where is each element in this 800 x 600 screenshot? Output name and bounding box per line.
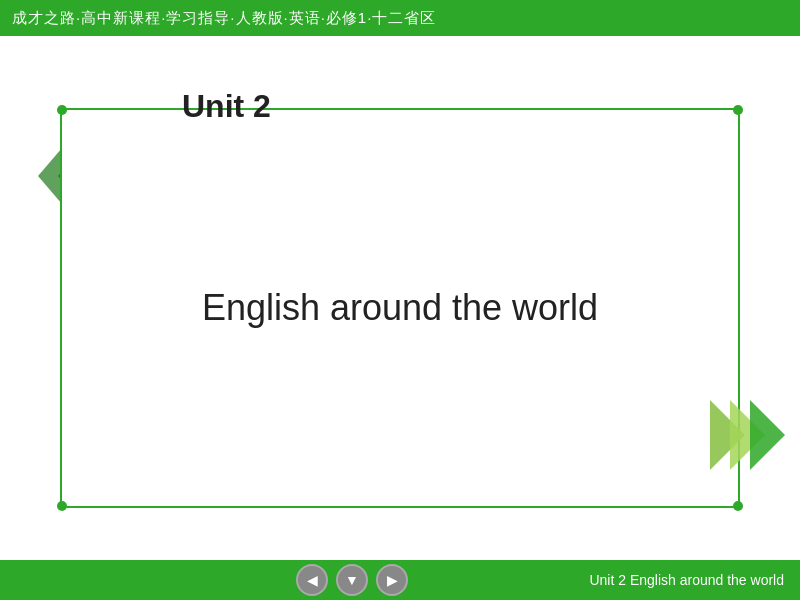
nav-next-icon: ▶ [387, 572, 398, 588]
nav-buttons: ◀ ▼ ▶ [296, 564, 408, 596]
corner-dot-bl [57, 501, 67, 511]
top-bar-title: 成才之路·高中新课程·学习指导·人教版·英语·必修1·十二省区 [12, 9, 436, 28]
slide-subtitle: English around the world [202, 287, 598, 329]
nav-next-button[interactable]: ▶ [376, 564, 408, 596]
nav-prev-button[interactable]: ◀ [296, 564, 328, 596]
svg-marker-5 [750, 400, 785, 470]
bottom-bar: ◀ ▼ ▶ Unit 2 English around the world [0, 560, 800, 600]
right-chevron-decoration [700, 395, 790, 475]
nav-prev-icon: ◀ [307, 572, 318, 588]
nav-home-icon: ▼ [345, 572, 359, 588]
main-content: Unit 2 English around the world [0, 36, 800, 560]
corner-dot-tl [57, 105, 67, 115]
slide-card: Unit 2 English around the world [60, 108, 740, 508]
top-bar: 成才之路·高中新课程·学习指导·人教版·英语·必修1·十二省区 [0, 0, 800, 36]
corner-dot-br [733, 501, 743, 511]
unit-label: Unit 2 [182, 88, 271, 125]
bottom-status-text: Unit 2 English around the world [589, 572, 784, 588]
corner-dot-tr [733, 105, 743, 115]
nav-home-button[interactable]: ▼ [336, 564, 368, 596]
